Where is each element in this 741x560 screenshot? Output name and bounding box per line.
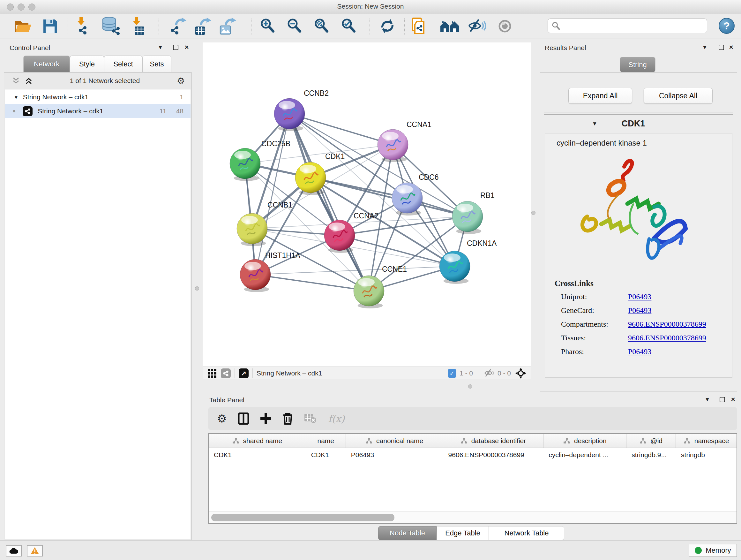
network-node[interactable]: CCNE1 (354, 265, 407, 308)
grid-view-icon[interactable] (208, 369, 216, 378)
network-node[interactable]: CDK1 (295, 152, 345, 195)
panel-menu-icon[interactable]: ▼ (702, 45, 708, 50)
tab-sets[interactable]: Sets (142, 56, 172, 72)
home-icon[interactable] (440, 17, 460, 36)
help-button[interactable]: ? (719, 18, 735, 34)
panel-float-icon[interactable] (173, 45, 179, 50)
network-edge[interactable] (255, 274, 369, 291)
panel-float-icon[interactable] (720, 397, 725, 402)
table-settings-gear-icon[interactable]: ⚙ (217, 412, 226, 425)
warning-button[interactable] (27, 545, 43, 557)
network-edge[interactable] (255, 266, 455, 274)
export-table-icon[interactable] (193, 17, 212, 36)
selected-checkbox-icon[interactable]: ✓ (448, 369, 456, 378)
tab-network[interactable]: Network (23, 56, 70, 72)
duplicate-network-icon[interactable] (411, 17, 428, 36)
network-node[interactable]: CDKN1A (440, 239, 497, 284)
show-all-icon[interactable] (497, 17, 513, 36)
crosslink-value[interactable]: 9606.ENSP00000378699 (628, 334, 732, 342)
crosslink-label: Tissues: (561, 334, 628, 342)
current-network-dot-icon: ● (12, 108, 16, 114)
crosslink-value[interactable]: 9606.ENSP00000378699 (628, 320, 732, 328)
birdseye-icon[interactable] (515, 368, 526, 379)
column-header[interactable]: name (306, 434, 346, 448)
vertical-splitter-left[interactable] (192, 42, 203, 540)
splitter-handle[interactable] (531, 211, 536, 215)
memory-button[interactable]: Memory (689, 544, 737, 557)
network-badge-icon[interactable] (221, 368, 231, 378)
zoom-fit-icon[interactable] (314, 17, 330, 36)
cloud-button[interactable] (6, 545, 22, 557)
network-node-label: CDK1 (325, 152, 345, 161)
crosslink-value[interactable]: P06493 (628, 306, 732, 315)
expand-all-icon[interactable] (24, 77, 33, 85)
network-edge[interactable] (255, 114, 289, 274)
panel-menu-icon[interactable]: ▼ (158, 45, 163, 50)
network-node[interactable]: HIST1H1A (240, 251, 300, 292)
import-network-icon[interactable] (75, 17, 92, 36)
panel-menu-icon[interactable]: ▼ (704, 397, 710, 402)
column-header[interactable]: description (543, 434, 626, 448)
panel-close-icon[interactable]: ✕ (185, 45, 189, 50)
network-row-selected[interactable]: ● String Network – cdk1 11 48 (5, 104, 191, 118)
network-view-canvas[interactable]: CCNB2CCNA1CDC25BCDK1CDC6RB1CCNB1CCNA2CDK… (203, 43, 531, 367)
network-edge[interactable] (340, 235, 455, 266)
tree-expand-icon[interactable]: ▼ (14, 95, 18, 100)
delete-table-icon-disabled (305, 414, 317, 423)
entry-collapse-icon[interactable]: ▼ (592, 121, 597, 127)
search-field[interactable] (548, 18, 707, 33)
collapse-all-button[interactable]: Collapse All (644, 88, 713, 104)
network-edge[interactable] (311, 178, 468, 216)
open-folder-icon[interactable] (14, 17, 32, 36)
add-column-icon[interactable] (260, 413, 271, 424)
panel-float-icon[interactable] (719, 45, 724, 50)
column-header[interactable]: canonical name (346, 434, 443, 448)
refresh-icon[interactable] (379, 17, 396, 36)
tab-network-table[interactable]: Network Table (489, 526, 564, 540)
crosslink-value[interactable]: P06493 (628, 348, 732, 356)
zoom-selected-icon[interactable] (341, 17, 357, 36)
splitter-handle[interactable] (468, 384, 472, 388)
zoom-out-icon[interactable] (287, 17, 302, 36)
crosslink-value[interactable]: P06493 (628, 293, 732, 301)
tab-select[interactable]: Select (104, 56, 142, 72)
entry-header[interactable]: ▼ CDK1 (544, 115, 733, 133)
splitter-handle[interactable] (195, 287, 199, 291)
scrollbar-thumb[interactable] (211, 514, 394, 521)
column-header[interactable]: shared name (209, 434, 306, 448)
collapse-all-icon[interactable] (12, 77, 20, 85)
network-edge[interactable] (289, 114, 369, 291)
horizontal-scrollbar[interactable] (209, 511, 737, 523)
tab-style[interactable]: Style (70, 56, 104, 72)
tab-node-table[interactable]: Node Table (378, 526, 436, 540)
tab-string[interactable]: String (620, 57, 656, 72)
network-edge[interactable] (289, 114, 393, 145)
control-panel: Control Panel ▼ ✕ Network Style Select S… (4, 42, 192, 540)
search-input[interactable] (560, 22, 697, 30)
import-database-icon[interactable] (102, 17, 121, 36)
export-network-icon[interactable] (169, 17, 187, 36)
import-table-icon[interactable] (131, 17, 147, 36)
save-icon[interactable] (42, 17, 58, 36)
network-node-label: CCNE1 (382, 265, 407, 273)
column-header[interactable]: @id (626, 434, 676, 448)
panel-close-icon[interactable]: ✕ (731, 397, 735, 402)
hidden-count: 0 - 0 (497, 369, 511, 377)
table-panel: Table Panel ▼ ✕ ⚙ f(x) shared na (203, 391, 741, 540)
expand-all-button[interactable]: Expand All (568, 88, 632, 104)
show-columns-icon[interactable] (238, 413, 249, 425)
zoom-in-icon[interactable] (260, 17, 276, 36)
column-header[interactable]: database identifier (443, 434, 544, 448)
tab-edge-table[interactable]: Edge Table (436, 526, 489, 540)
gear-icon[interactable]: ⚙ (177, 76, 185, 86)
table-row[interactable]: CDK1 CDK1 P06493 9606.ENSP00000378699 cy… (209, 448, 737, 462)
network-node[interactable]: RB1 (452, 191, 495, 234)
export-image-icon[interactable] (218, 17, 237, 36)
column-header[interactable]: namespace (676, 434, 737, 448)
network-collection-row[interactable]: ▼ String Network – cdk1 1 (5, 90, 191, 104)
network-node[interactable]: CDC6 (392, 173, 439, 215)
detach-view-icon[interactable]: ↗ (239, 368, 249, 378)
panel-close-icon[interactable]: ✕ (729, 45, 733, 50)
delete-column-icon[interactable] (283, 413, 293, 425)
hide-selected-icon[interactable] (468, 17, 486, 36)
